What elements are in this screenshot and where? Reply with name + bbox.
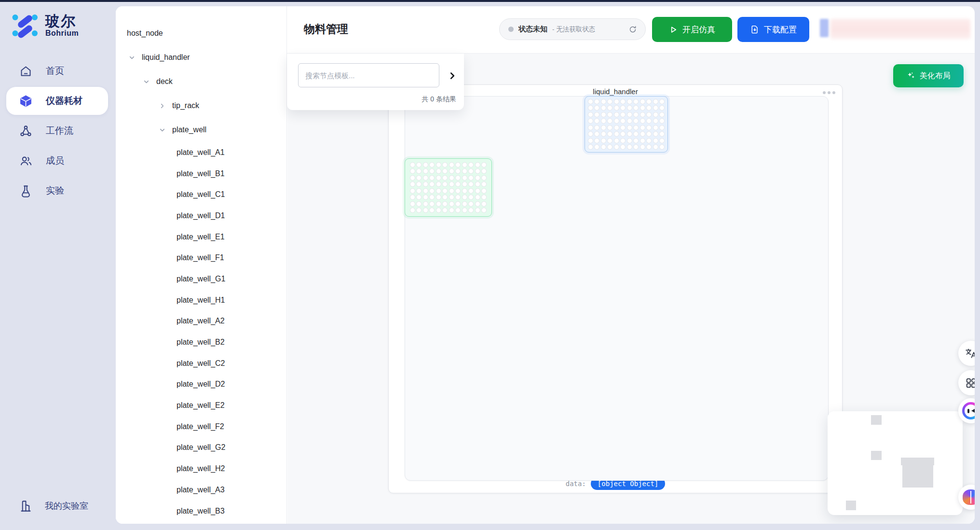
tree-node-plate_well[interactable]: plate_well [116,118,286,142]
well [627,112,632,117]
well [449,208,454,213]
well [614,105,619,111]
well [640,99,645,104]
tree-node-liquid_handler[interactable]: liquid_handler [116,45,286,70]
chevron-down-icon[interactable] [143,78,150,85]
tree-node-plate_well_A1[interactable]: plate_well_A1 [116,142,286,163]
tree-node-plate_well_D1[interactable]: plate_well_D1 [116,205,286,226]
deck-node[interactable] [405,96,829,481]
tree-node-plate_well_E2[interactable]: plate_well_E2 [116,395,286,416]
sidebar-item-home[interactable]: 首页 [6,57,108,85]
node-template-search-panel: 共 0 条结果 [287,54,464,110]
tree-node-tip_rack[interactable]: tip_rack [116,94,286,118]
well [429,201,435,207]
node-tree: host_nodeliquid_handlerdecktip_rackplate… [116,21,286,521]
well [481,201,487,207]
well [410,175,415,181]
well [475,188,480,194]
well [442,188,448,194]
well [627,131,632,137]
download-config-label: 下载配置 [764,24,797,35]
tree-node-label: plate_well_E1 [177,233,225,241]
well [449,162,454,167]
apps-grid-icon [965,377,975,389]
chevron-right-icon[interactable] [159,102,166,110]
tree-node-plate_well_B3[interactable]: plate_well_B3 [116,501,286,522]
start-simulation-button[interactable]: 开启仿真 [652,17,732,42]
well [614,144,619,150]
robot-assistant-icon [962,402,975,419]
tree-node-plate_well_A3[interactable]: plate_well_A3 [116,479,286,501]
search-submit-button[interactable] [446,70,459,82]
tree-node-plate_well_B1[interactable]: plate_well_B1 [116,163,286,184]
bohrium-logo-icon [11,13,39,39]
well [449,195,454,200]
sidebar-item-instruments[interactable]: 仪器耗材 [6,87,108,115]
beautify-layout-button[interactable]: 美化布局 [893,64,964,87]
tree-node-host_node[interactable]: host_node [116,21,286,45]
well [462,175,467,181]
sidebar-nav: 首页仪器耗材工作流成员实验 [0,57,116,205]
well [475,195,480,200]
plate-96-blue-node[interactable] [585,96,668,153]
tree-node-label: plate_well [172,126,206,134]
well [423,168,428,174]
sidebar-item-members[interactable]: 成员 [6,147,108,175]
logo-subtitle: Bohrium [45,29,79,38]
refresh-icon[interactable] [629,26,637,33]
chevron-down-icon[interactable] [159,126,166,134]
well [588,112,593,117]
well [640,118,645,124]
sidebar-item-workflow[interactable]: 工作流 [6,117,108,145]
search-input[interactable] [298,63,439,87]
well [475,201,480,207]
well [442,175,448,181]
tree-node-plate_well_H2[interactable]: plate_well_H2 [116,458,286,479]
bohrium-logo[interactable]: 玻尔 Bohrium [11,13,79,39]
status-badge[interactable]: 状态未知 - 无法获取状态 [499,18,646,40]
well [475,175,480,181]
chevron-down-icon[interactable] [128,54,136,61]
tree-node-plate_well_F2[interactable]: plate_well_F2 [116,416,286,437]
well [462,195,467,200]
well [633,131,639,137]
tree-node-label: plate_well_A3 [177,486,225,494]
well [659,144,665,150]
tree-node-plate_well_A2[interactable]: plate_well_A2 [116,311,286,332]
sidebar-item-my-lab[interactable]: 我的实验室 [6,493,108,518]
well [620,118,626,124]
well [640,112,645,117]
node-menu-dots[interactable] [823,91,835,94]
tree-node-plate_well_C1[interactable]: plate_well_C1 [116,184,286,205]
plate-96-green-node[interactable] [405,158,492,217]
well [423,195,428,200]
well [416,162,422,167]
minimap[interactable] [828,411,963,515]
well [462,188,467,194]
tree-node-plate_well_G2[interactable]: plate_well_G2 [116,437,286,459]
tree-node-plate_well_D2[interactable]: plate_well_D2 [116,374,286,395]
well [594,144,599,150]
tree-node-deck[interactable]: deck [116,70,286,94]
tree-node-plate_well_G1[interactable]: plate_well_G1 [116,268,286,290]
well [436,175,441,181]
well [640,105,645,111]
tree-node-plate_well_E1[interactable]: plate_well_E1 [116,226,286,248]
well [468,201,474,207]
download-config-button[interactable]: 下载配置 [737,17,809,42]
well [429,175,435,181]
tree-node-plate_well_F1[interactable]: plate_well_F1 [116,247,286,268]
well [614,99,619,104]
main-card: host_nodeliquid_handlerdecktip_rackplate… [116,6,975,524]
liquid-handler-node[interactable]: liquid_handler data: [object Object] [388,84,843,493]
tree-node-plate_well_C2[interactable]: plate_well_C2 [116,353,286,374]
brain-icon [963,489,975,505]
tree-node-plate_well_B2[interactable]: plate_well_B2 [116,332,286,353]
well [659,105,665,111]
redacted-user-info [820,19,970,39]
well [455,181,461,187]
well [455,208,461,213]
chevron-right-icon [448,71,457,80]
tree-node-plate_well_H1[interactable]: plate_well_H1 [116,290,286,311]
sidebar-item-experiments[interactable]: 实验 [6,177,108,205]
